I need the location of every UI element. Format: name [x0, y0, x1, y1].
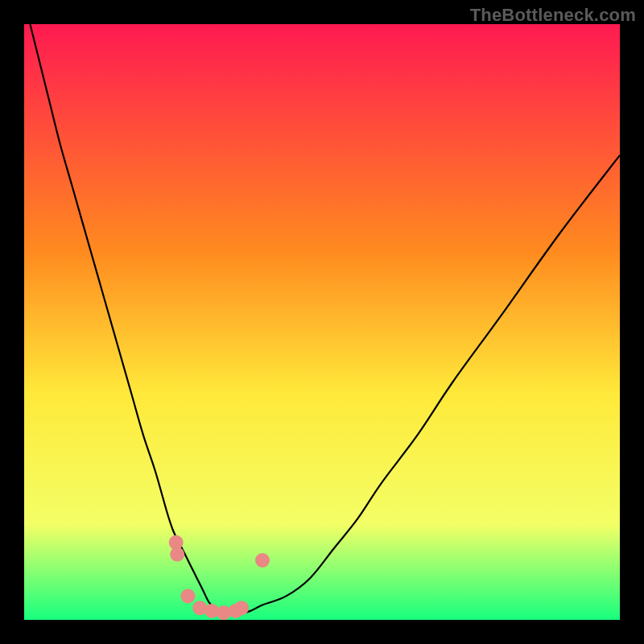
data-dot [181, 588, 196, 603]
chart-stage: TheBottleneck.com [0, 0, 644, 644]
data-dot [255, 553, 270, 568]
data-dot [234, 601, 249, 615]
bottleneck-plot [24, 24, 620, 620]
watermark-text: TheBottleneck.com [470, 5, 636, 26]
gradient-background [24, 24, 620, 620]
data-dot [170, 547, 184, 562]
